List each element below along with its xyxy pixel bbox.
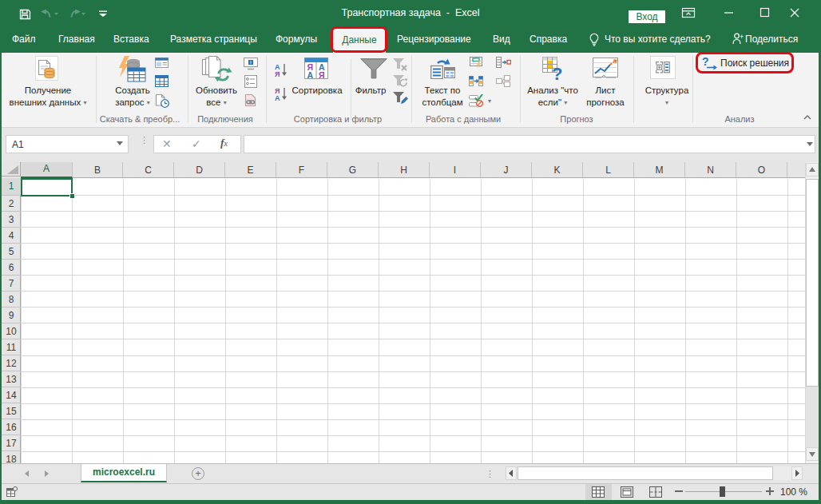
svg-text:А: А — [307, 70, 314, 80]
svg-text:Я: Я — [275, 70, 280, 77]
svg-text:?: ? — [552, 64, 562, 81]
svg-text:+: + — [740, 33, 744, 41]
svg-text:Я: Я — [319, 70, 325, 80]
